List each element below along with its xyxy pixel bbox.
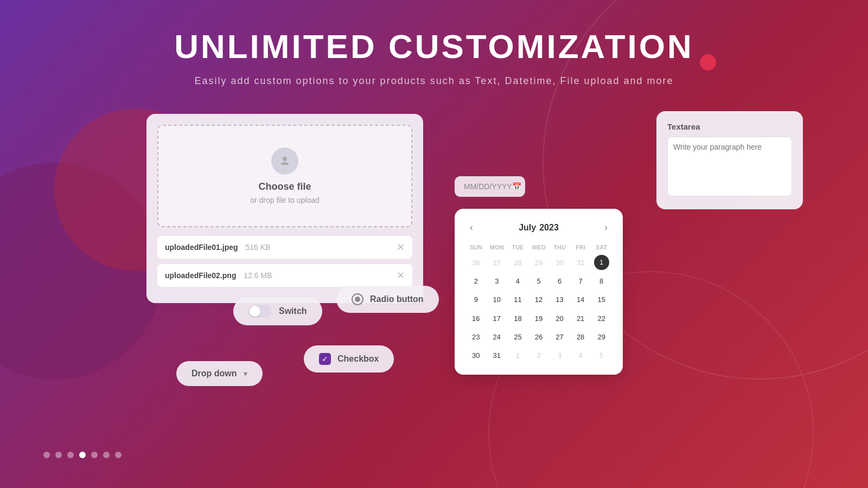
- calendar-day[interactable]: 9: [465, 292, 487, 308]
- calendar-day[interactable]: 27: [549, 329, 570, 345]
- calendar-day[interactable]: 10: [487, 292, 508, 308]
- pagination-dot[interactable]: [55, 452, 62, 458]
- calendar-day[interactable]: 1: [594, 255, 609, 270]
- calendar-card: ‹ July 2023 › SUN MON TUE WED THU FRI SA…: [455, 209, 623, 375]
- calendar-day[interactable]: 1: [507, 348, 528, 364]
- calendar-day[interactable]: 31: [487, 348, 508, 364]
- calendar-icon: 📅: [512, 182, 521, 191]
- day-tue: TUE: [507, 244, 528, 251]
- day-wed: WED: [528, 244, 550, 251]
- calendar-day[interactable]: 5: [528, 273, 550, 290]
- calendar-day[interactable]: 31: [570, 255, 591, 271]
- calendar-day[interactable]: 26: [528, 329, 550, 345]
- file-remove-1[interactable]: ✕: [397, 241, 405, 253]
- pagination-dot[interactable]: [67, 452, 74, 458]
- page-subtitle: Easily add custom options to your produc…: [0, 75, 868, 87]
- calendar-day[interactable]: 2: [465, 273, 487, 290]
- pagination-dot[interactable]: [103, 452, 110, 458]
- calendar-day[interactable]: 2: [528, 348, 550, 364]
- calendar-day[interactable]: 26: [465, 255, 487, 271]
- calendar-header: ‹ July 2023 ›: [465, 220, 612, 235]
- radio-label: Radio button: [370, 294, 424, 304]
- file-name-2: uploadedFile02.png: [165, 271, 236, 280]
- calendar-month-year: July 2023: [519, 223, 559, 233]
- file-upload-card: Choose file or drop file to upload uploa…: [146, 114, 423, 303]
- dropdown-card[interactable]: Drop down ▾: [176, 361, 263, 386]
- calendar-day[interactable]: 28: [507, 255, 528, 271]
- textarea-card: Textarea: [656, 111, 803, 209]
- pagination: [43, 452, 122, 458]
- calendar-grid: SUN MON TUE WED THU FRI SAT 262728293031…: [465, 244, 612, 364]
- calendar-day[interactable]: 19: [528, 311, 550, 327]
- calendar-day[interactable]: 6: [549, 273, 570, 290]
- calendar-day[interactable]: 21: [570, 311, 591, 327]
- date-placeholder: MM/DD/YYYY: [464, 182, 512, 191]
- calendar-days: 2627282930311234567891011121314151617181…: [465, 255, 612, 364]
- calendar-day[interactable]: 3: [487, 273, 508, 290]
- day-fri: FRI: [570, 244, 591, 251]
- checkbox-card[interactable]: ✓ Checkbox: [304, 345, 394, 373]
- radio-dot: [355, 297, 360, 302]
- calendar-day[interactable]: 20: [549, 311, 570, 327]
- switch-toggle[interactable]: [248, 305, 271, 318]
- switch-label: Switch: [279, 306, 307, 316]
- day-sun: SUN: [465, 244, 487, 251]
- calendar-day[interactable]: 14: [570, 292, 591, 308]
- calendar-day[interactable]: 12: [528, 292, 550, 308]
- calendar-day[interactable]: 24: [487, 329, 508, 345]
- choose-file-label[interactable]: Choose file: [169, 181, 400, 192]
- calendar-day[interactable]: 8: [591, 273, 612, 290]
- page-title: UNLIMITED CUSTOMIZATION: [0, 27, 868, 66]
- header: UNLIMITED CUSTOMIZATION Easily add custo…: [0, 0, 868, 87]
- day-sat: SAT: [591, 244, 612, 251]
- date-input[interactable]: MM/DD/YYYY 📅: [455, 176, 525, 197]
- radio-card[interactable]: Radio button: [336, 286, 439, 313]
- calendar-day[interactable]: 17: [487, 311, 508, 327]
- day-mon: MON: [487, 244, 508, 251]
- calendar-day[interactable]: 28: [570, 329, 591, 345]
- drop-zone[interactable]: Choose file or drop file to upload: [157, 125, 412, 227]
- calendar-day[interactable]: 18: [507, 311, 528, 327]
- calendar-day[interactable]: 30: [549, 255, 570, 271]
- calendar-day[interactable]: 15: [591, 292, 612, 308]
- calendar-next[interactable]: ›: [600, 220, 612, 235]
- calendar-year: 2023: [539, 223, 559, 233]
- calendar-days-header: SUN MON TUE WED THU FRI SAT: [465, 244, 612, 251]
- calendar-day[interactable]: 29: [528, 255, 550, 271]
- checkbox-box: ✓: [319, 353, 331, 365]
- calendar-day[interactable]: 3: [549, 348, 570, 364]
- pagination-dot[interactable]: [43, 452, 50, 458]
- calendar-day[interactable]: 4: [507, 273, 528, 290]
- checkbox-label: Checkbox: [337, 354, 379, 364]
- switch-card[interactable]: Switch: [233, 297, 322, 325]
- chevron-down-icon: ▾: [244, 369, 247, 378]
- textarea-label: Textarea: [667, 122, 792, 131]
- pagination-dot[interactable]: [91, 452, 98, 458]
- file-remove-2[interactable]: ✕: [397, 269, 405, 281]
- file-name-1: uploadedFile01.jpeg: [165, 243, 238, 252]
- day-thu: THU: [549, 244, 570, 251]
- upload-icon: [271, 147, 298, 175]
- calendar-day[interactable]: 30: [465, 348, 487, 364]
- calendar-day[interactable]: 22: [591, 311, 612, 327]
- calendar-day[interactable]: 29: [591, 329, 612, 345]
- calendar-day[interactable]: 4: [570, 348, 591, 364]
- calendar-day[interactable]: 27: [487, 255, 508, 271]
- file-item: uploadedFile02.png 12.6 MB ✕: [157, 264, 412, 287]
- calendar-prev[interactable]: ‹: [465, 220, 477, 235]
- calendar-day[interactable]: 7: [570, 273, 591, 290]
- dropdown-label: Drop down: [192, 369, 237, 378]
- drop-text-label: or drop file to upload: [169, 196, 400, 204]
- calendar-day[interactable]: 11: [507, 292, 528, 308]
- calendar-day[interactable]: 25: [507, 329, 528, 345]
- textarea-input[interactable]: [667, 137, 792, 196]
- calendar-day[interactable]: 5: [591, 348, 612, 364]
- pagination-dot[interactable]: [79, 452, 86, 458]
- pagination-dot[interactable]: [115, 452, 122, 458]
- calendar-month: July: [519, 223, 536, 233]
- calendar-day[interactable]: 13: [549, 292, 570, 308]
- calendar-day[interactable]: 23: [465, 329, 487, 345]
- calendar-day[interactable]: 16: [465, 311, 487, 327]
- radio-icon: [352, 293, 363, 305]
- file-size-2: 12.6 MB: [244, 271, 272, 280]
